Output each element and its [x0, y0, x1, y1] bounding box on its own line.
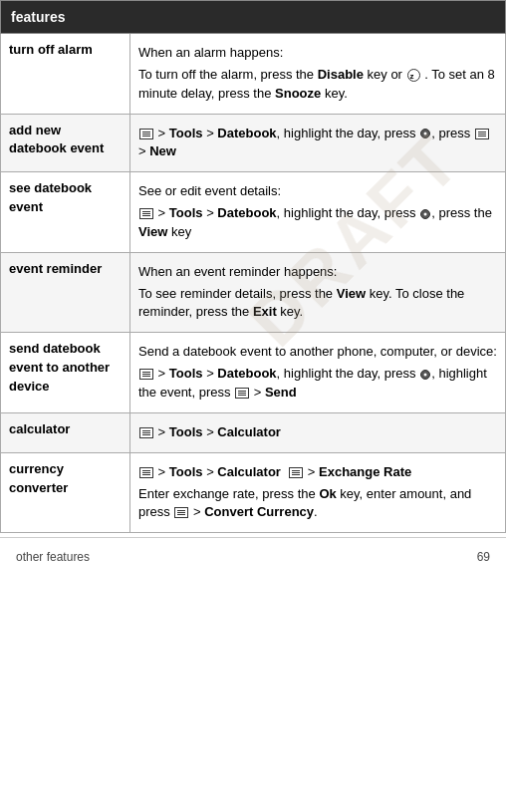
disable-key-label: Disable	[318, 67, 364, 82]
feature-label: see datebook event	[1, 172, 130, 253]
view-label: View	[138, 224, 167, 239]
menu-icon	[139, 208, 153, 219]
tools-label: Tools	[169, 366, 203, 381]
feature-description: > Tools > Calculator	[130, 412, 506, 452]
view-label2: View	[337, 286, 366, 301]
page-footer: other features 69	[0, 537, 506, 572]
feature-label: add new datebook event	[1, 114, 130, 172]
page-wrapper: features turn off alarm When an alarm ha…	[0, 0, 506, 812]
send-label: Send	[265, 385, 297, 400]
feature-description: When an alarm happens: To turn off the a…	[130, 34, 506, 115]
feature-label: calculator	[1, 412, 130, 452]
table-row: event reminder When an event reminder ha…	[1, 252, 506, 333]
table-row: add new datebook event > Tools > Dateboo…	[1, 114, 506, 172]
exit-label: Exit	[253, 304, 277, 319]
menu-icon	[139, 427, 153, 438]
feature-description: Send a datebook event to another phone, …	[130, 333, 506, 413]
snooze-key-label: Snooze	[275, 86, 321, 101]
table-header: features	[1, 1, 506, 34]
feature-description: > Tools > Datebook, highlight the day, p…	[130, 114, 506, 172]
menu-icon	[235, 388, 249, 399]
feature-description: > Tools > Calculator > Exchange Rate Ent…	[130, 452, 506, 533]
menu-icon	[139, 129, 153, 139]
exchange-rate-label: Exchange Rate	[319, 464, 411, 479]
new-label: New	[149, 143, 176, 158]
calculator-label2: Calculator	[217, 464, 281, 479]
feature-description: When an event reminder happens: To see r…	[130, 252, 506, 333]
feature-label: event reminder	[1, 252, 130, 333]
feature-label: turn off alarm	[1, 34, 130, 115]
convert-currency-label: Convert Currency	[204, 504, 314, 519]
datebook-label: Datebook	[217, 366, 276, 381]
feature-label: currency converter	[1, 452, 130, 533]
tools-label: Tools	[169, 126, 203, 140]
section-label: other features	[16, 550, 90, 564]
ok-label: Ok	[319, 486, 336, 501]
tools-label: Tools	[169, 205, 203, 220]
features-table: features turn off alarm When an alarm ha…	[0, 0, 506, 533]
menu-icon	[174, 507, 188, 518]
tools-label: Tools	[169, 424, 203, 439]
nav-dot-icon	[420, 209, 430, 219]
menu-icon	[475, 129, 489, 139]
table-row: send datebook event to another device Se…	[1, 333, 506, 413]
datebook-label: Datebook	[217, 126, 276, 140]
table-row: see datebook event See or edit event det…	[1, 172, 506, 253]
page-number: 69	[477, 550, 490, 564]
menu-icon	[289, 467, 303, 478]
snooze-icon	[407, 69, 420, 82]
tools-label: Tools	[169, 464, 203, 479]
menu-icon	[139, 369, 153, 380]
datebook-label: Datebook	[217, 205, 276, 220]
nav-dot-icon	[420, 370, 430, 380]
table-row: calculator > Tools > Calculator	[1, 412, 506, 452]
table-row: currency converter > Tools > Calculator …	[1, 452, 506, 533]
nav-dot-icon	[420, 129, 430, 138]
calculator-label: Calculator	[217, 424, 281, 439]
feature-description: See or edit event details: > Tools > Dat…	[130, 172, 506, 253]
table-row: turn off alarm When an alarm happens: To…	[1, 34, 506, 115]
feature-label: send datebook event to another device	[1, 333, 130, 413]
menu-icon	[139, 467, 153, 478]
